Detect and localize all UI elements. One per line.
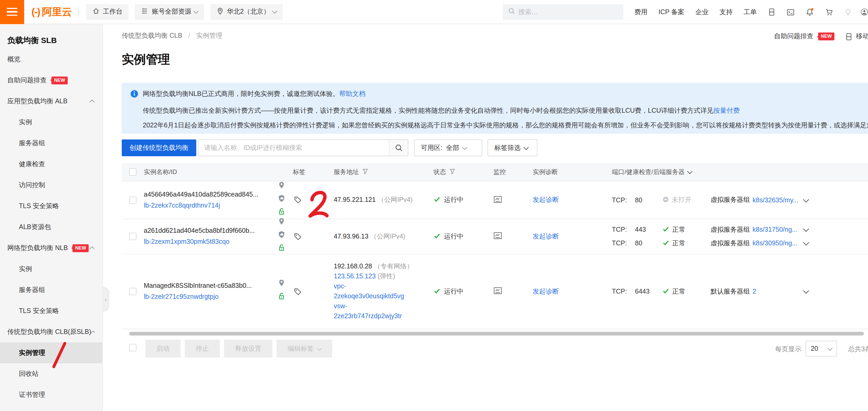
banner-line3: 2022年6月1日起会逐步取消后付费实例按规格计费的弹性计费逻辑，如果您曾经购买… bbox=[143, 120, 868, 131]
port-row: TCP:6443正常默认服务器组2 bbox=[612, 287, 868, 296]
help-doc-link[interactable]: 帮助文档 bbox=[339, 90, 366, 98]
tag-icon[interactable] bbox=[294, 233, 302, 240]
chevron-up-icon[interactable] bbox=[90, 99, 95, 105]
sidebar-collapse-handle[interactable]: ‹ bbox=[103, 287, 109, 311]
sidebar-item-label: TLS 安全策略 bbox=[19, 306, 59, 315]
sidebar-item-健康检查[interactable]: 健康检查 bbox=[0, 153, 102, 175]
backend-group-link[interactable]: k8s/32635/my... bbox=[752, 196, 800, 204]
sidebar-item-访问控制[interactable]: 访问控制 bbox=[0, 175, 102, 196]
sidebar-item-label: 自助问题排查 bbox=[7, 76, 47, 85]
topbar-menu-item[interactable]: 工单 bbox=[744, 8, 757, 16]
row-checkbox[interactable] bbox=[129, 233, 136, 240]
chevron-down-icon[interactable] bbox=[803, 196, 809, 202]
batch-action-编辑标签[interactable]: 编辑标签 bbox=[277, 340, 332, 357]
sidebar-item-传统型负载均衡 CLB(原SLB)[interactable]: 传统型负载均衡 CLB(原SLB) bbox=[0, 321, 102, 342]
topbar-region-selector[interactable]: 华北2（北京） bbox=[211, 4, 283, 20]
monitor-chart-icon[interactable] bbox=[493, 286, 502, 297]
monitor-chart-icon[interactable] bbox=[493, 195, 502, 205]
logo-mark: (-) bbox=[31, 6, 40, 18]
avatar[interactable] bbox=[861, 5, 868, 19]
topbar-menu-item[interactable]: 费用 bbox=[634, 8, 648, 16]
service-address: 47.95.221.121 bbox=[334, 196, 376, 203]
hamburger-menu-button[interactable] bbox=[0, 0, 24, 24]
aliyun-logo[interactable]: (-) 阿里云 bbox=[31, 5, 72, 19]
start-diagnose-link[interactable]: 发起诊断 bbox=[533, 232, 559, 241]
chevron-down-icon[interactable] bbox=[803, 226, 809, 232]
sidebar-item-回收站[interactable]: 回收站 bbox=[0, 363, 102, 384]
tag-filter-button[interactable]: 标签筛选 bbox=[488, 139, 537, 156]
bell-icon[interactable] bbox=[806, 8, 814, 16]
breadcrumb-parent[interactable]: 传统型负载均衡 CLB bbox=[122, 32, 182, 39]
sidebar-item-网络型负载均衡 NLB[interactable]: 网络型负载均衡 NLBNEW bbox=[0, 238, 102, 259]
pay-by-usage-link[interactable]: 按量付费 bbox=[713, 107, 740, 114]
sidebar-item-实例[interactable]: 实例 bbox=[0, 112, 102, 133]
sidebar-item-服务器组[interactable]: 服务器组 bbox=[0, 279, 102, 300]
chevron-down-icon[interactable] bbox=[687, 169, 692, 174]
start-diagnose-link[interactable]: 发起诊断 bbox=[533, 196, 559, 204]
backend-group-link[interactable]: k8s/31750/ng... bbox=[752, 226, 800, 233]
ports-cell: TCP:443正常虚拟服务器组k8s/31750/ng...TCP:80正常虚拟… bbox=[612, 219, 868, 254]
sidebar-item-应用型负载均衡 ALB[interactable]: 应用型负载均衡 ALB bbox=[0, 91, 102, 112]
chevron-up-icon[interactable] bbox=[90, 246, 95, 251]
sidebar-item-服务器组[interactable]: 服务器组 bbox=[0, 133, 102, 153]
select-all-checkbox[interactable] bbox=[129, 168, 136, 176]
horizontal-scrollbar[interactable] bbox=[129, 332, 864, 336]
tag-icon[interactable] bbox=[294, 287, 302, 296]
topbar-menu-item[interactable]: 企业 bbox=[695, 8, 709, 16]
page-size-select[interactable]: 20 bbox=[806, 341, 837, 356]
batch-action-启动[interactable]: 启动 bbox=[145, 340, 181, 357]
global-search-input[interactable] bbox=[519, 8, 618, 16]
sidebar-item-概览[interactable]: 概览 bbox=[0, 49, 102, 70]
sidebar-item-自助问题排查[interactable]: 自助问题排查NEW bbox=[0, 70, 102, 91]
backend-group-link[interactable]: k8s/30950/ng... bbox=[752, 240, 800, 247]
row-checkbox[interactable] bbox=[129, 196, 136, 204]
cart-icon[interactable] bbox=[825, 8, 833, 16]
topbar-menu-item[interactable]: ICP 备案 bbox=[659, 8, 684, 16]
global-search[interactable] bbox=[503, 4, 623, 20]
instance-attribute-icons bbox=[278, 279, 285, 304]
address-link[interactable]: 123.56.15.123 bbox=[334, 273, 376, 280]
sidebar-item-label: ALB资源包 bbox=[19, 222, 51, 232]
self-check-link[interactable]: 自助问题排查 bbox=[774, 32, 813, 41]
terminal-icon[interactable] bbox=[787, 8, 795, 16]
create-clb-button[interactable]: 创建传统型负载均衡 bbox=[122, 139, 196, 156]
sidebar-item-实例管理[interactable]: 实例管理 bbox=[0, 342, 102, 363]
footer-select-checkbox[interactable] bbox=[129, 344, 136, 351]
instance-id-link[interactable]: lb-2zekx7cc8qqrdthnv714j bbox=[144, 200, 293, 211]
mobile-control-link[interactable]: 移动管控 bbox=[856, 32, 868, 41]
instance-id-link[interactable]: lb-2zelr271c95znwdrgtpjo bbox=[144, 292, 293, 303]
sidebar-item-TLS 安全策略[interactable]: TLS 安全策略 bbox=[0, 196, 102, 216]
sidebar-item-ALB资源包[interactable]: ALB资源包 bbox=[0, 216, 102, 238]
start-diagnose-link[interactable]: 发起诊断 bbox=[533, 287, 559, 296]
chevron-down-icon[interactable] bbox=[803, 240, 809, 246]
topbar-workbench[interactable]: 工作台 bbox=[86, 4, 129, 20]
info-banner: 网络型负载均衡NLB已正式商用，限时免实例费，诚邀您测试体验。帮助文档 传统型负… bbox=[122, 83, 868, 134]
sidebar-item-证书管理[interactable]: 证书管理 bbox=[0, 384, 102, 405]
zone-filter-dropdown[interactable]: 可用区: 全部 bbox=[414, 139, 482, 156]
address-note: (弹性) bbox=[378, 273, 395, 280]
search-icon[interactable] bbox=[389, 140, 408, 156]
sidebar-item-TLS 安全策略[interactable]: TLS 安全策略 bbox=[0, 300, 102, 321]
app-icon[interactable]: APP bbox=[768, 8, 776, 16]
backend-group-link[interactable]: 2 bbox=[752, 288, 800, 295]
row-checkbox[interactable] bbox=[129, 288, 136, 295]
filter-funnel-icon[interactable] bbox=[362, 168, 368, 176]
backend-group-type: 虚拟服务器组 bbox=[711, 239, 752, 248]
chevron-down-icon[interactable] bbox=[803, 288, 809, 294]
address-link[interactable]: vpc-2zekoqe3v0eusqiktd5vg bbox=[334, 282, 404, 300]
tag-icon[interactable] bbox=[294, 196, 302, 204]
bulb-icon[interactable] bbox=[844, 8, 852, 16]
filter-funnel-icon[interactable] bbox=[449, 168, 456, 176]
topbar-menu-item[interactable]: 支持 bbox=[719, 8, 733, 16]
sidebar-item-实例[interactable]: 实例 bbox=[0, 259, 102, 279]
new-badge: NEW bbox=[818, 33, 834, 40]
batch-action-停止[interactable]: 停止 bbox=[185, 340, 220, 357]
topbar-account-resources[interactable]: 账号全部资源 bbox=[135, 4, 205, 20]
instance-search-input[interactable] bbox=[199, 144, 389, 151]
batch-action-释放设置[interactable]: 释放设置 bbox=[224, 340, 272, 357]
instance-id-link[interactable]: lb-2zexm1xpm30pmk5t83cqo bbox=[144, 236, 293, 247]
monitor-chart-icon[interactable] bbox=[493, 231, 502, 242]
table-row: a4566496a449a410da82589cead845...lb-2zek… bbox=[122, 181, 868, 219]
address-link[interactable]: vsw-2ze23rb747rzdp2wjy3tr bbox=[334, 303, 402, 320]
port-number: 80 bbox=[635, 240, 662, 247]
